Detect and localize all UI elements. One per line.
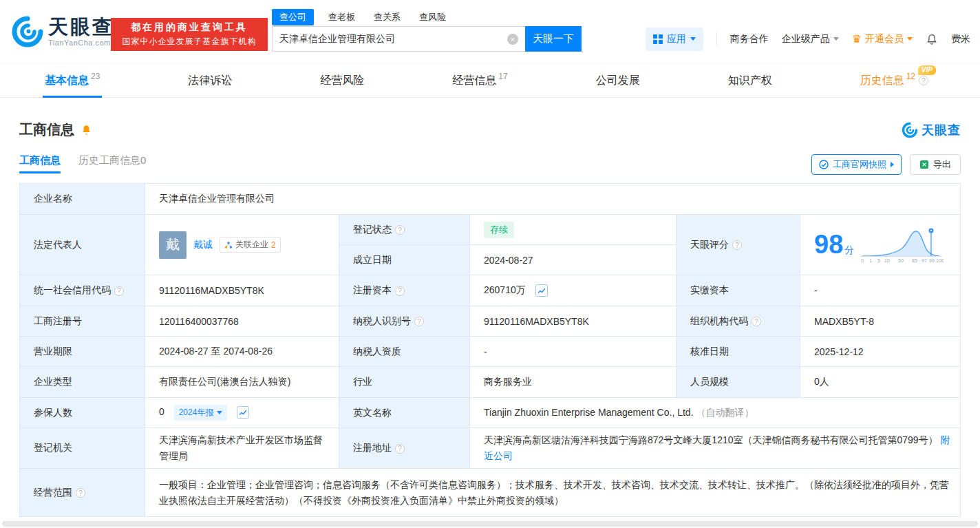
vip-badge: VIP bbox=[918, 65, 936, 75]
crown-icon: ♛ bbox=[852, 34, 862, 45]
subtab-history-info[interactable]: 历史工商信息0 bbox=[78, 154, 146, 173]
company-name-value: 天津卓信企业管理有限公司 bbox=[159, 193, 275, 204]
paid-capital-label: 实缴资本 bbox=[690, 284, 729, 295]
help-icon[interactable]: ? bbox=[732, 240, 742, 250]
tab-operational-risk-label: 经营风险 bbox=[320, 74, 364, 88]
annual-report-label: 2024年报 bbox=[179, 407, 214, 419]
tab-intellectual-property-label: 知识产权 bbox=[728, 74, 772, 88]
subscribe-bell-button[interactable] bbox=[81, 124, 92, 136]
search-box: × bbox=[272, 26, 525, 52]
chevron-down-icon bbox=[217, 411, 222, 414]
insured-label: 参保人数 bbox=[34, 407, 72, 418]
industry-value: 商务服务业 bbox=[484, 376, 532, 387]
official-snapshot-button[interactable]: 工商官网快照 bbox=[811, 154, 902, 175]
open-membership-menu[interactable]: ♛ 开通会员 bbox=[852, 33, 913, 45]
tab-basic-info-count: 23 bbox=[91, 72, 100, 81]
staff-size-value: 0人 bbox=[814, 376, 829, 387]
help-icon[interactable]: ? bbox=[414, 317, 424, 326]
snapshot-icon bbox=[819, 160, 829, 169]
search-button[interactable]: 天眼一下 bbox=[525, 26, 582, 52]
apps-label: 应用 bbox=[667, 33, 686, 45]
org-code-label: 组织机构代码 bbox=[690, 315, 748, 326]
capital-trend-icon bbox=[535, 284, 548, 297]
svg-text:99: 99 bbox=[929, 258, 935, 263]
search-tab-company[interactable]: 查公司 bbox=[272, 9, 314, 25]
table-row: 参保人数 0 2024年报 英文名称 T bbox=[20, 398, 961, 428]
table-row: 法定代表人 戴 戴诚 bbox=[20, 215, 961, 245]
help-icon[interactable]: ? bbox=[752, 317, 761, 326]
related-companies-label: 关联企业 bbox=[235, 239, 268, 251]
paid-capital-value: - bbox=[814, 285, 818, 296]
tab-operational-risk[interactable]: 经营风险 bbox=[318, 64, 366, 97]
notifications-button[interactable] bbox=[926, 33, 938, 45]
legal-rep-avatar[interactable]: 戴 bbox=[159, 231, 187, 259]
table-row: 工商注册号 120116400037768 纳税人识别号? 91120116MA… bbox=[20, 306, 961, 337]
search-bar: × 天眼一下 bbox=[272, 26, 582, 52]
table-row: 统一社会信用代码? 91120116MADXB5YT8K 注册资本? 26071… bbox=[20, 275, 961, 306]
help-icon[interactable]: ? bbox=[76, 488, 85, 498]
help-icon[interactable]: ? bbox=[395, 225, 405, 235]
business-scope-value: 一般项目：企业管理；企业管理咨询；信息咨询服务（不含许可类信息咨询服务）；技术服… bbox=[159, 477, 950, 509]
term-label: 营业期限 bbox=[34, 346, 72, 357]
user-menu[interactable]: 费米 bbox=[951, 33, 970, 45]
tianyancha-logo[interactable]: 天眼查 TianYanCha.com bbox=[11, 15, 114, 48]
help-icon[interactable]: ? bbox=[114, 286, 124, 296]
section-brand-logo[interactable]: 天眼查 bbox=[902, 122, 961, 138]
tab-basic-info[interactable]: 基本信息 23 bbox=[43, 64, 102, 97]
industry-label: 行业 bbox=[353, 376, 372, 387]
tab-legal-proceedings-label: 法律诉讼 bbox=[188, 74, 232, 88]
export-button[interactable]: 导出 bbox=[910, 154, 961, 175]
business-cooperation-link[interactable]: 商务合作 bbox=[730, 33, 769, 45]
help-icon[interactable]: ? bbox=[395, 286, 405, 296]
business-registration-section: 工商信息 天眼查 工商信息 历史工商信息0 工商官网 bbox=[0, 120, 980, 517]
svg-text:97: 97 bbox=[922, 258, 927, 263]
related-companies-tag[interactable]: 关联企业 2 bbox=[220, 237, 281, 253]
insured-trend-button[interactable] bbox=[237, 406, 249, 419]
section-brand-text: 天眼查 bbox=[922, 122, 961, 138]
search-input[interactable] bbox=[279, 34, 507, 45]
slogan-banner: 都在用的商业查询工具 国家中小企业发展子基金旗下机构 bbox=[111, 18, 268, 51]
horizontal-scrollbar[interactable] bbox=[2, 521, 978, 527]
taxpayer-quality-label: 纳税人资质 bbox=[353, 346, 401, 357]
tab-company-development[interactable]: 公司发展 bbox=[594, 64, 642, 97]
english-name-label: 英文名称 bbox=[353, 407, 392, 418]
tab-history-info-count: 12 bbox=[906, 72, 915, 81]
reg-number-value: 120116400037768 bbox=[159, 316, 239, 327]
taxpayer-quality-value: - bbox=[484, 346, 487, 357]
svg-text:0: 0 bbox=[861, 258, 864, 263]
export-label: 导出 bbox=[933, 158, 951, 171]
taxpayer-id-value: 91120116MADXB5YT8K bbox=[484, 316, 589, 327]
business-scope-label: 经营范围 bbox=[34, 487, 72, 498]
section-title: 工商信息 bbox=[19, 120, 74, 139]
clear-search-icon[interactable]: × bbox=[507, 34, 518, 45]
help-icon[interactable]: ? bbox=[919, 76, 928, 85]
svg-text:5: 5 bbox=[877, 258, 880, 263]
subtab-current-info[interactable]: 工商信息 bbox=[19, 154, 61, 173]
table-row: 营业期限 2024-08-27 至 2074-08-26 纳税人资质 - 核准日… bbox=[20, 337, 961, 367]
enterprise-products-menu[interactable]: 企业级产品 bbox=[782, 33, 839, 45]
tab-legal-proceedings[interactable]: 法律诉讼 bbox=[186, 64, 234, 97]
table-row: 登记机关 天津滨海高新技术产业开发区市场监督管理局 注册地址? 天津滨海高新区塘… bbox=[20, 428, 961, 469]
legal-rep-link[interactable]: 戴诚 bbox=[193, 239, 213, 251]
search-tab-risk[interactable]: 查风险 bbox=[419, 11, 446, 23]
reg-number-label: 工商注册号 bbox=[34, 315, 82, 326]
company-type-value: 有限责任公司(港澳台法人独资) bbox=[159, 376, 290, 387]
tab-intellectual-property[interactable]: 知识产权 bbox=[726, 64, 774, 97]
tab-history-info[interactable]: VIP 历史信息 12 ? bbox=[858, 64, 930, 97]
search-tab-relation[interactable]: 查关系 bbox=[374, 11, 401, 23]
tab-business-info[interactable]: 经营信息 17 bbox=[450, 64, 509, 97]
reg-status-label: 登记状态 bbox=[353, 224, 392, 235]
score-label: 天眼评分 bbox=[690, 239, 729, 250]
apps-menu[interactable]: 应用 bbox=[646, 28, 703, 51]
excel-icon bbox=[919, 160, 929, 169]
taxpayer-id-label: 纳税人识别号 bbox=[353, 315, 411, 326]
svg-text:10: 10 bbox=[884, 258, 890, 263]
staff-size-label: 人员规模 bbox=[690, 376, 729, 387]
insured-value: 0 bbox=[159, 406, 164, 417]
search-tab-boss[interactable]: 查老板 bbox=[328, 11, 355, 23]
authority-label: 登记机关 bbox=[34, 442, 72, 453]
help-icon[interactable]: ? bbox=[395, 444, 405, 454]
annual-report-badge[interactable]: 2024年报 bbox=[174, 405, 228, 421]
chevron-down-icon bbox=[690, 37, 696, 41]
capital-trend-button[interactable] bbox=[535, 284, 548, 297]
